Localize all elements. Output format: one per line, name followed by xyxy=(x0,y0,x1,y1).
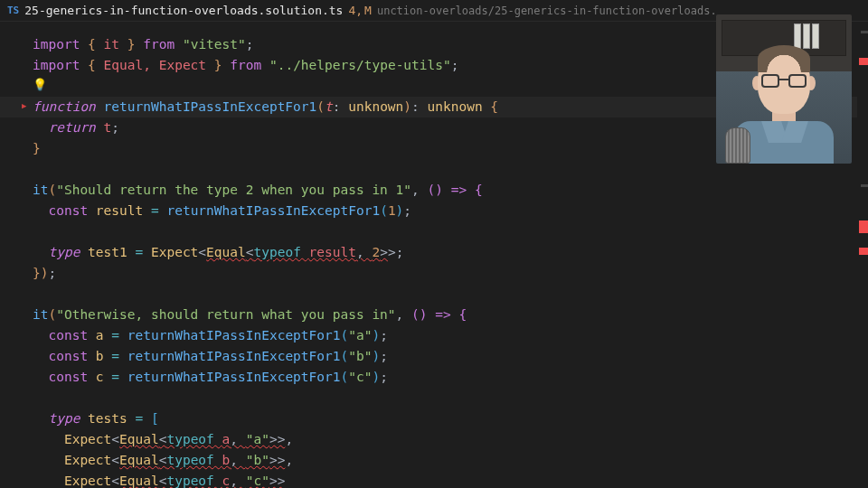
breadcrumb[interactable]: unction-overloads/25-generics-in-functio… xyxy=(377,5,717,17)
code-line[interactable] xyxy=(33,221,868,242)
code-line[interactable]: it("Otherwise, should return what you pa… xyxy=(33,305,868,325)
tab-problems-count: 4, xyxy=(348,4,363,17)
code-line[interactable]: const result = returnWhatIPassInExceptFo… xyxy=(33,201,868,221)
code-line[interactable]: Expect<Equal<typeof b, "b">>, xyxy=(33,450,868,471)
minimap-mark xyxy=(861,184,868,187)
code-line[interactable]: const c = returnWhatIPassInExceptFor1("c… xyxy=(33,367,868,388)
ts-file-icon: TS xyxy=(7,5,19,16)
code-line[interactable]: const a = returnWhatIPassInExceptFor1("a… xyxy=(33,325,868,346)
minimap-error-mark xyxy=(859,248,868,255)
code-line[interactable]: type tests = [ xyxy=(33,408,868,429)
code-line[interactable] xyxy=(33,388,868,408)
tab-filename[interactable]: 25-generics-in-function-overloads.soluti… xyxy=(24,4,343,17)
code-line[interactable] xyxy=(33,284,868,305)
breakpoint-icon[interactable]: ▶ xyxy=(22,99,26,112)
code-line[interactable]: function returnWhatIPassInExceptFor1(t: … xyxy=(33,97,868,117)
code-line[interactable]: Expect<Equal<typeof a, "a">>, xyxy=(33,429,868,450)
code-line[interactable]: const b = returnWhatIPassInExceptFor1("b… xyxy=(33,346,868,367)
tab-modified-indicator: M xyxy=(364,4,372,17)
minimap-mark xyxy=(861,31,868,33)
code-line[interactable]: type test1 = Expect<Equal<typeof result,… xyxy=(33,242,868,263)
minimap-error-mark xyxy=(859,221,868,233)
code-line[interactable]: Expect<Equal<typeof c, "c">> xyxy=(33,471,868,488)
minimap-error-mark xyxy=(859,58,868,65)
lightbulb-icon[interactable]: 💡 xyxy=(33,76,47,95)
minimap-scrollbar[interactable] xyxy=(857,22,868,488)
webcam-overlay xyxy=(716,14,852,164)
code-line[interactable]: it("Should return the type 2 when you pa… xyxy=(33,180,868,201)
code-line[interactable]: }); xyxy=(33,263,868,284)
